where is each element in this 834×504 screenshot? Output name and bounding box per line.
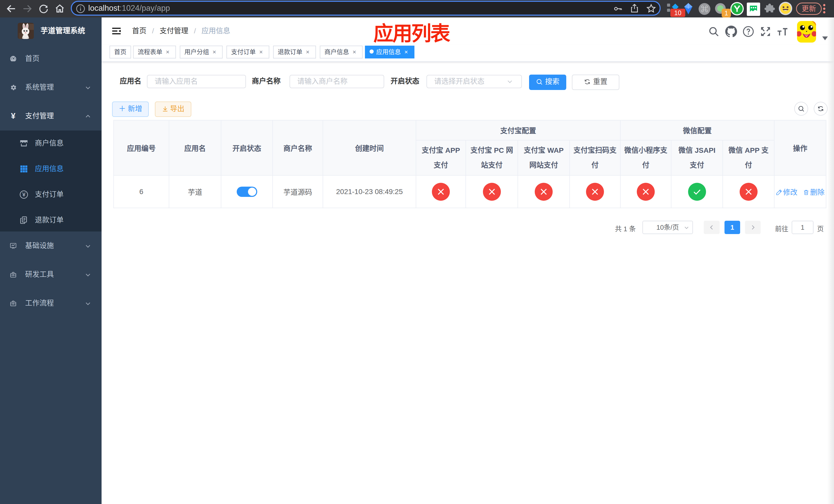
svg-text:1: 1 xyxy=(724,9,728,17)
svg-text:¥: ¥ xyxy=(11,113,16,120)
svg-text:10: 10 xyxy=(674,9,681,17)
svg-text:⌘: ⌘ xyxy=(701,5,708,13)
svg-text:￥: ￥ xyxy=(22,192,26,198)
